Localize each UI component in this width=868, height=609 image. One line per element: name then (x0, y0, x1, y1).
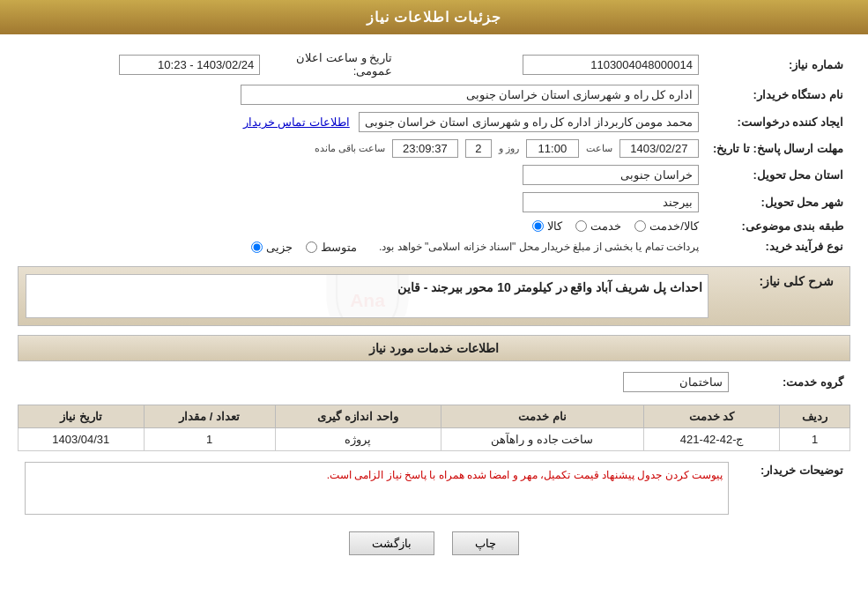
deadline-days: 2 (465, 139, 492, 158)
row-purchase-type: نوع فرآیند خرید: پرداخت تمام یا بخشی از … (18, 236, 850, 257)
need-number-label: شماره نیاز: (706, 48, 850, 81)
row-deadline: مهلت ارسال پاسخ: تا تاریخ: 1403/02/27 سا… (18, 136, 850, 161)
description-label: شرح کلی نیاز: (710, 274, 842, 318)
radio-kala: کالا (532, 219, 562, 233)
row-category: طبقه بندی موضوعی: کالا/خدمت خدمت کالا (18, 216, 850, 236)
category-radio-group: کالا/خدمت خدمت کالا (532, 219, 699, 233)
creator-value: محمد مومن کاربرداز اداره کل راه و شهرساز… (359, 112, 699, 132)
description-container: Ana احداث پل شریف آباد واقع در کیلومتر 1… (26, 274, 708, 318)
category-label: طبقه بندی موضوعی: (706, 216, 850, 236)
radio-small-label: جزیی (266, 241, 293, 254)
purchase-type-label: نوع فرآیند خرید: (706, 236, 850, 257)
city-value: بیرجند (523, 192, 699, 212)
service-group-label: گروه خدمت: (736, 368, 850, 396)
col-service-code: کد خدمت (644, 405, 780, 427)
col-row: ردیف (780, 405, 850, 427)
radio-medium: متوسط (306, 241, 357, 254)
radio-kala-khedmat-label: کالا/خدمت (649, 219, 699, 233)
col-date: تاریخ نیاز (19, 405, 145, 427)
services-section-header: اطلاعات خدمات مورد نیاز (18, 335, 850, 361)
service-group-value: ساختمان (623, 372, 729, 392)
row-city: شهر محل تحویل: بیرجند (18, 189, 850, 216)
cell-row: 1 (780, 427, 850, 450)
row-need-number: شماره نیاز: 1103004048000014 تاریخ و ساع… (18, 48, 850, 81)
radio-khedmat-input[interactable] (575, 220, 587, 232)
page-header: جزئیات اطلاعات نیاز (0, 0, 868, 34)
creator-label: ایجاد کننده درخواست: (706, 108, 850, 136)
radio-kala-khedmat-input[interactable] (634, 220, 646, 232)
radio-medium-input[interactable] (306, 241, 317, 253)
print-button[interactable]: چاپ (452, 531, 519, 555)
city-label: شهر محل تحویل: (706, 189, 850, 216)
deadline-remaining: 23:09:37 (392, 139, 458, 158)
cell-service-code: ج-42-42-421 (644, 427, 780, 450)
buyer-notes-container: پیوست کردن جدول پیشنهاد قیمت تکمیل، مهر … (25, 462, 729, 515)
cell-service-name: ساخت جاده و راهآهن (441, 427, 644, 450)
deadline-remaining-label: ساعت باقی مانده (315, 143, 385, 154)
radio-kala-label: کالا (547, 219, 562, 233)
row-buyer-org: نام دستگاه خریدار: اداره کل راه و شهرساز… (18, 81, 850, 108)
radio-small: جزیی (251, 241, 293, 254)
radio-khedmat-label: خدمت (590, 219, 621, 233)
table-row: 1 ج-42-42-421 ساخت جاده و راهآهن پروژه 1… (19, 427, 850, 450)
buyer-notes-value: پیوست کردن جدول پیشنهاد قیمت تکمیل، مهر … (327, 469, 723, 481)
radio-kala-input[interactable] (532, 220, 544, 232)
row-province: استان محل تحویل: خراسان جنوبی (18, 161, 850, 189)
col-service-name: نام خدمت (441, 405, 644, 427)
purchase-note: پرداخت تمام یا بخشی از مبلغ خریدار محل "… (379, 241, 699, 253)
col-quantity: تعداد / مقدار (144, 405, 275, 427)
radio-kala-khedmat: کالا/خدمت (634, 219, 699, 233)
cell-quantity: 1 (144, 427, 275, 450)
radio-medium-label: متوسط (321, 241, 357, 254)
service-group-table: گروه خدمت: ساختمان (18, 368, 850, 396)
need-number-value: 1103004048000014 (523, 55, 699, 75)
deadline-time: 11:00 (526, 139, 579, 158)
deadline-label: مهلت ارسال پاسخ: تا تاریخ: (706, 136, 850, 161)
description-section-header: شرح کلی نیاز: Ana احداث پل شریف آباد واق… (18, 266, 850, 326)
row-creator: ایجاد کننده درخواست: محمد مومن کاربرداز … (18, 108, 850, 136)
contact-link[interactable]: اطلاعات تماس خریدار (243, 115, 350, 129)
svg-text:Ana: Ana (350, 289, 385, 309)
deadline-day-label: روز و (499, 143, 519, 154)
page-wrapper: جزئیات اطلاعات نیاز شماره نیاز: 11030040… (0, 0, 868, 609)
radio-khedmat: خدمت (575, 219, 621, 233)
cell-date: 1403/04/31 (19, 427, 145, 450)
buttons-row: چاپ بازگشت (18, 531, 850, 555)
pub-date-label: تاریخ و ساعت اعلان عمومی: (267, 48, 399, 81)
services-table: ردیف کد خدمت نام خدمت واحد اندازه گیری ت… (18, 405, 850, 451)
col-unit: واحد اندازه گیری (275, 405, 441, 427)
description-value: احداث پل شریف آباد واقع در کیلومتر 10 مح… (397, 280, 702, 294)
buyer-org-value: اداره کل راه و شهرسازی استان خراسان جنوب… (241, 85, 699, 105)
province-value: خراسان جنوبی (523, 165, 699, 185)
info-table: شماره نیاز: 1103004048000014 تاریخ و ساع… (18, 48, 850, 257)
province-label: استان محل تحویل: (706, 161, 850, 189)
back-button[interactable]: بازگشت (349, 531, 434, 555)
buyer-notes-table: توضیحات خریدار: پیوست کردن جدول پیشنهاد … (18, 458, 850, 518)
deadline-date: 1403/02/27 (619, 139, 699, 158)
radio-small-input[interactable] (251, 241, 263, 253)
buyer-org-label: نام دستگاه خریدار: (706, 81, 850, 108)
deadline-time-label: ساعت (586, 143, 612, 154)
buyer-notes-label: توضیحات خریدار: (736, 458, 850, 518)
content-area: شماره نیاز: 1103004048000014 تاریخ و ساع… (0, 34, 868, 582)
page-title: جزئیات اطلاعات نیاز (367, 10, 502, 25)
cell-unit: پروژه (275, 427, 441, 450)
pub-date-value: 1403/02/24 - 10:23 (119, 55, 260, 75)
purchase-radio-group: پرداخت تمام یا بخشی از مبلغ خریدار محل "… (251, 241, 699, 254)
